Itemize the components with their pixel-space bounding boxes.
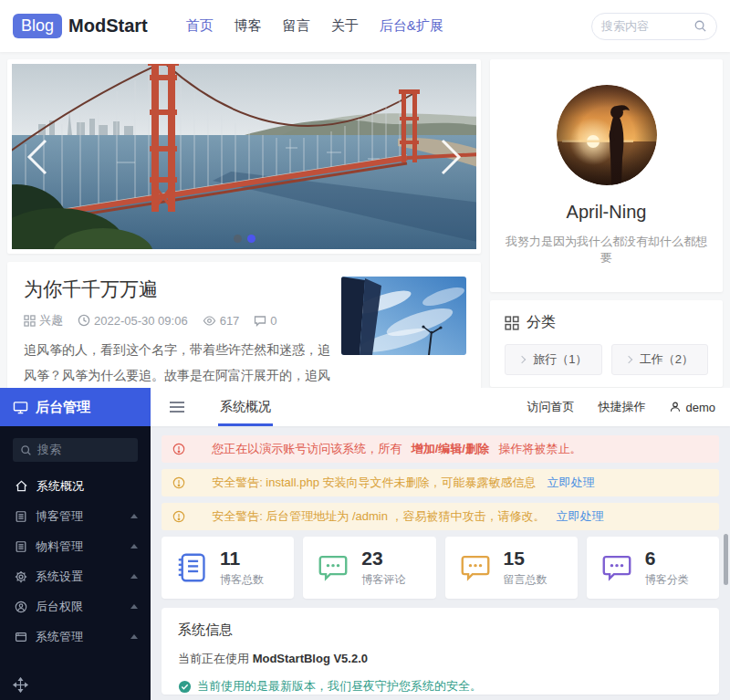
document-icon [15, 540, 27, 553]
move-handle-icon[interactable] [13, 677, 28, 693]
system-info-title: 系统信息 [178, 622, 703, 639]
categories-header: 分类 [505, 313, 708, 332]
stat-label: 博客分类 [645, 572, 689, 588]
gear-icon [15, 570, 27, 583]
sidebar-item-overview[interactable]: 系统概况 [0, 471, 151, 501]
system-info-card: 系统信息 当前正在使用 ModStartBlog V5.2.0 当前使用的是最新… [162, 608, 719, 695]
stat-card-messages-total[interactable]: 15 留言总数 [445, 537, 578, 599]
admin-content: 您正在以演示账号访问该系统，所有 增加/编辑/删除 操作将被禁止。 安全警告: … [151, 426, 730, 700]
carousel-prev-button[interactable] [24, 137, 51, 177]
page-scrollbar-thumb[interactable] [724, 534, 728, 585]
carousel-dot-active[interactable] [247, 235, 256, 243]
security-warning-admin-path-alert: 安全警告: 后台管理地址为 /admin ，容易被猜中攻击，请修改。 立即处理 [162, 503, 719, 530]
carousel-image-golden-gate-bridge[interactable] [12, 64, 476, 249]
handle-now-link[interactable]: 立即处理 [557, 508, 604, 525]
sidebar-item-admin-permissions[interactable]: 后台权限 [0, 591, 151, 622]
collapse-arrow-icon[interactable] [130, 574, 138, 579]
article-views: 617 [203, 314, 240, 328]
stat-card-blog-categories[interactable]: 6 博客分类 [587, 537, 719, 599]
nav-item-blog[interactable]: 博客 [235, 17, 262, 35]
search-placeholder: 搜索内容 [601, 18, 649, 35]
article-date: 2022-05-30 09:06 [78, 314, 188, 328]
blog-header: Blog ModStart 首页 博客 留言 关于 后台&扩展 搜索内容 [0, 0, 730, 52]
article-excerpt: 追风筝的人，看到这个名字，带着些许茫然和迷惑，追风筝？风筝为什么要追。故事是在阿… [24, 337, 332, 388]
comment-icon [254, 314, 266, 327]
stat-value: 11 [220, 549, 264, 568]
monitor-icon [13, 401, 28, 414]
hamburger-menu-icon[interactable] [169, 401, 185, 413]
tab-system-overview[interactable]: 系统概况 [218, 388, 273, 426]
system-status-line: 当前使用的是最新版本，我们昼夜守护您系统的安全。 [178, 678, 703, 695]
article-comments: 0 [254, 314, 276, 328]
eye-icon [203, 314, 216, 328]
category-chip-work[interactable]: 工作（2） [611, 344, 709, 375]
article-card: 为你千千万万遍 兴趣 [7, 262, 481, 388]
nav-item-admin-ext[interactable]: 后台&扩展 [380, 17, 443, 35]
article-category[interactable]: 兴趣 [24, 312, 63, 329]
stats-row: 11 博客总数 23 博客评论 [162, 537, 719, 599]
sidebar-item-system-manage[interactable]: 系统管理 [0, 622, 151, 652]
comment-dots-icon [316, 550, 350, 585]
quick-actions-link[interactable]: 快捷操作 [598, 399, 645, 415]
visit-homepage-link[interactable]: 访问首页 [527, 399, 574, 415]
comment-dots-icon [600, 550, 634, 585]
stat-card-blog-comments[interactable]: 23 博客评论 [303, 537, 435, 599]
blog-logo-badge[interactable]: Blog [13, 14, 62, 38]
search-icon [20, 444, 32, 456]
handle-now-link[interactable]: 立即处理 [548, 475, 595, 491]
chevron-right-icon [518, 356, 526, 363]
carousel-dots [234, 235, 256, 243]
stat-card-blog-total[interactable]: 11 博客总数 [162, 537, 294, 599]
nav-item-home[interactable]: 首页 [186, 17, 214, 35]
stat-value: 15 [504, 549, 548, 568]
grid-icon [505, 316, 519, 330]
collapse-arrow-icon[interactable] [130, 544, 138, 549]
security-warning-install-alert: 安全警告: install.php 安装向导文件未删除，可能暴露敏感信息 立即处… [162, 469, 719, 496]
carousel-next-button[interactable] [437, 137, 464, 177]
categories-card: 分类 旅行（1） 工作（2） [490, 300, 723, 387]
category-chip-travel[interactable]: 旅行（1） [505, 344, 602, 375]
system-version-line: 当前正在使用 ModStartBlog V5.2.0 [178, 651, 703, 667]
home-icon [15, 479, 28, 493]
user-circle-icon [15, 601, 27, 613]
sidebar-item-blog-manage[interactable]: 博客管理 [0, 501, 151, 531]
admin-sidebar-header: 后台管理 [0, 388, 151, 426]
blog-search-input[interactable]: 搜索内容 [591, 13, 717, 40]
sidebar-item-material-manage[interactable]: 物料管理 [0, 531, 151, 561]
nav-item-message[interactable]: 留言 [283, 17, 310, 35]
stat-value: 6 [645, 549, 689, 568]
stat-label: 留言总数 [504, 572, 548, 588]
notebook-icon [174, 550, 209, 585]
person-icon [669, 401, 682, 413]
admin-page: 后台管理 搜索 系统概况 [0, 388, 730, 700]
carousel-dot[interactable] [234, 235, 242, 243]
chevron-right-icon [624, 356, 631, 363]
demo-warning-alert: 您正在以演示账号访问该系统，所有 增加/编辑/删除 操作将被禁止。 [162, 435, 719, 463]
profile-name: April-Ning [505, 202, 708, 223]
profile-bio: 我努力是因为我什么都没有却什么都想要 [505, 234, 708, 266]
sidebar-menu: 系统概况 博客管理 物料管理 [0, 471, 151, 652]
window-icon [15, 631, 27, 643]
blog-page: Blog ModStart 首页 博客 留言 关于 后台&扩展 搜索内容 [0, 0, 730, 388]
admin-topbar: 系统概况 访问首页 快捷操作 demo [151, 388, 730, 426]
system-version: ModStartBlog V5.2.0 [253, 652, 368, 665]
blog-nav: 首页 博客 留言 关于 后台&扩展 [186, 17, 443, 35]
clock-icon [78, 314, 90, 327]
stat-label: 博客总数 [220, 572, 264, 588]
avatar[interactable] [557, 85, 657, 185]
user-menu[interactable]: demo [669, 401, 715, 414]
collapse-arrow-icon[interactable] [130, 514, 138, 518]
stat-label: 博客评论 [361, 572, 405, 588]
search-icon[interactable] [694, 19, 707, 33]
collapse-arrow-icon[interactable] [130, 634, 138, 639]
nav-item-about[interactable]: 关于 [331, 17, 359, 35]
admin-sidebar: 后台管理 搜索 系统概况 [0, 388, 151, 700]
document-icon [15, 510, 27, 523]
blog-logo-text[interactable]: ModStart [68, 16, 148, 37]
grid-icon [24, 315, 36, 327]
collapse-arrow-icon[interactable] [130, 604, 138, 609]
sidebar-search-input[interactable]: 搜索 [13, 438, 138, 462]
sidebar-item-system-settings[interactable]: 系统设置 [0, 561, 151, 591]
categories-title: 分类 [527, 313, 556, 332]
article-thumbnail[interactable] [341, 277, 466, 355]
